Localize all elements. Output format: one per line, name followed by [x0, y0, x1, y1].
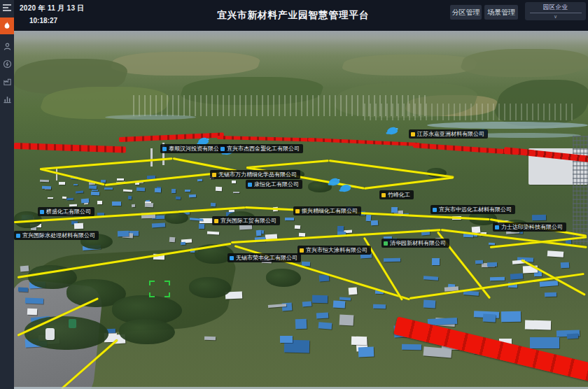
building — [101, 180, 106, 183]
building — [169, 237, 176, 243]
park-enterprise-dropdown[interactable]: 园区企业 ∨ — [525, 2, 586, 20]
yellow-road — [40, 157, 173, 170]
building — [358, 346, 374, 356]
company-label[interactable]: 清华园新材料有限公司 — [382, 239, 449, 248]
building — [66, 198, 74, 201]
zone-management-button[interactable]: 分区管理 — [450, 5, 482, 20]
building — [424, 346, 452, 358]
company-label[interactable]: 力士达印染科技有限公司 — [493, 222, 566, 232]
power-gauge-icon — [3, 59, 12, 69]
company-label-text: 康恒化工有限公司 — [254, 180, 299, 189]
building — [384, 258, 400, 262]
building — [532, 214, 546, 220]
company-label[interactable]: 无锡市荣丰化工有限公司 — [227, 253, 301, 262]
building — [402, 344, 422, 351]
building — [490, 277, 505, 281]
building — [302, 301, 312, 306]
storage-tank — [46, 328, 55, 340]
map-scene[interactable]: 泰顺汉河投资有限公司宜兴市杰西金盟化工有限公司江苏永嘉亚洲材料有限公司无锡市万力… — [14, 31, 588, 389]
company-label[interactable]: 无锡市万力精细化学品有限公司 — [210, 170, 300, 179]
company-label-text: 泰顺汉河投资有限公司 — [169, 144, 225, 153]
sidebar-item-person[interactable] — [0, 40, 14, 52]
hamburger-menu-button[interactable] — [0, 2, 14, 13]
company-label[interactable]: 宜兴市杰西金盟化工有限公司 — [218, 144, 303, 153]
building — [351, 337, 366, 345]
company-label[interactable]: 宜兴国际工贸有限公司 — [212, 216, 280, 225]
chimney — [150, 148, 153, 167]
building — [487, 262, 497, 267]
company-label[interactable]: 宜兴市恒大涂料有限公司 — [298, 246, 371, 255]
building — [525, 320, 551, 330]
red-route — [14, 143, 126, 153]
company-label-text: 振兴精细化工有限公司 — [302, 206, 358, 215]
building — [74, 222, 83, 229]
company-label[interactable]: 横盛化工有限公司 — [38, 207, 94, 216]
company-marker-icon — [230, 256, 234, 260]
company-marker-icon — [295, 209, 300, 213]
sidebar-item-factory[interactable] — [0, 75, 14, 87]
sidebar-item-stats[interactable] — [0, 92, 14, 105]
building — [40, 179, 49, 182]
company-marker-icon — [300, 248, 304, 253]
company-label-text: 宜兴市杰西金盟化工有限公司 — [227, 144, 300, 153]
building — [172, 189, 176, 193]
company-label-text: 无锡市万力精细化学品有限公司 — [218, 170, 297, 179]
building — [424, 276, 438, 280]
building — [318, 322, 332, 329]
yellow-road — [364, 176, 454, 190]
flame-icon — [3, 21, 11, 31]
building — [176, 197, 181, 199]
company-label[interactable]: 竹峰化工 — [379, 190, 414, 199]
building — [432, 258, 440, 265]
distant-water — [105, 115, 196, 120]
building — [112, 201, 121, 206]
building — [312, 295, 328, 303]
company-label-text: 宜兴市中远化工材料有限公司 — [439, 205, 512, 214]
tree — [119, 319, 175, 344]
company-label[interactable]: 宜兴市中远化工材料有限公司 — [430, 205, 515, 214]
building — [561, 262, 569, 269]
company-marker-icon — [411, 132, 415, 136]
sidebar-item-fire[interactable] — [0, 17, 14, 34]
company-label[interactable]: 振兴精细化工有限公司 — [293, 206, 361, 215]
building — [18, 288, 28, 292]
tree — [266, 269, 301, 287]
building — [501, 311, 522, 323]
yellow-road — [246, 160, 329, 169]
red-route — [413, 143, 518, 155]
time-label: 10:18:27 — [29, 17, 57, 24]
company-label-text: 竹峰化工 — [388, 190, 410, 199]
divider — [530, 13, 582, 13]
building — [48, 197, 53, 199]
building — [145, 203, 153, 207]
field-patch — [458, 49, 588, 77]
building — [371, 220, 379, 225]
company-label-text: 江苏永嘉亚洲材料有限公司 — [417, 129, 484, 139]
company-label[interactable]: 江苏永嘉亚洲材料有限公司 — [409, 129, 488, 139]
building — [567, 333, 579, 339]
building — [128, 196, 132, 199]
company-label[interactable]: 宜兴国际水处理材料有限公司 — [14, 231, 99, 240]
company-marker-icon — [495, 225, 499, 229]
building — [216, 186, 222, 190]
building — [20, 265, 29, 271]
building — [197, 179, 202, 182]
field-patch — [340, 55, 479, 76]
building — [59, 182, 65, 185]
building — [204, 337, 216, 341]
building — [424, 300, 436, 309]
company-marker-icon — [212, 173, 216, 177]
scene-management-button[interactable]: 场景管理 — [484, 5, 518, 20]
building — [185, 190, 190, 192]
company-marker-icon — [384, 241, 388, 246]
company-label-text: 宜兴市恒大涂料有限公司 — [306, 246, 368, 255]
company-label[interactable]: 康恒化工有限公司 — [246, 180, 302, 189]
company-label-text: 横盛化工有限公司 — [46, 207, 91, 216]
chevron-down-icon: ∨ — [554, 14, 557, 20]
building — [181, 241, 186, 245]
sidebar-item-power[interactable] — [0, 57, 14, 70]
date-label: 2020 年 11 月 13 日 — [20, 3, 85, 13]
blue-marker — [386, 127, 398, 135]
bar-chart-icon — [3, 94, 12, 104]
building — [123, 190, 133, 192]
